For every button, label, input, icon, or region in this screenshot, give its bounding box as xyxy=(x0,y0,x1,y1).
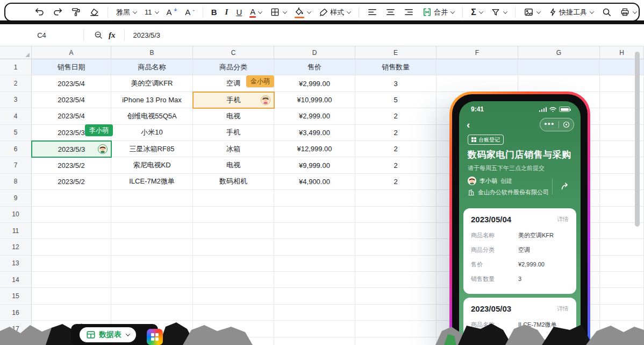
row-header-15[interactable]: 15 xyxy=(0,288,32,304)
cell-E15[interactable] xyxy=(355,288,437,304)
quick-tools-button[interactable]: 快捷工具 xyxy=(548,8,593,17)
row-header-8[interactable]: 8 xyxy=(0,174,32,190)
cell-B16[interactable] xyxy=(111,305,193,321)
cell-B6[interactable]: 三星冰箱RF85 xyxy=(111,141,193,157)
cell-C12[interactable] xyxy=(193,239,274,255)
cell-E10[interactable] xyxy=(355,207,437,223)
cell-E14[interactable] xyxy=(355,272,437,288)
cell-D17[interactable] xyxy=(274,321,355,337)
record-card-1[interactable]: 2023/05/04详情商品名称美的空调KFR商品分类空调售价¥2,999.00… xyxy=(463,208,576,294)
cell-D1[interactable]: 售价 xyxy=(274,59,355,75)
cell-A14[interactable] xyxy=(32,272,111,288)
cell-B7[interactable]: 索尼电视KD xyxy=(111,157,193,173)
clear-format-button[interactable] xyxy=(89,7,99,17)
cell-B14[interactable] xyxy=(111,272,193,288)
cell-D9[interactable] xyxy=(274,190,355,206)
cell-C11[interactable] xyxy=(193,223,274,239)
insert-function-button[interactable]: fx xyxy=(109,31,116,40)
cell-G1[interactable] xyxy=(518,59,600,75)
cell-E1[interactable]: 销售数量 xyxy=(355,59,437,75)
cell-A11[interactable] xyxy=(32,223,111,239)
cell-D6[interactable]: ¥12,999.00 xyxy=(274,141,355,157)
cell-C8[interactable]: 数码相机 xyxy=(193,174,274,190)
cell-E2[interactable]: 3 xyxy=(355,75,437,91)
cell-B10[interactable] xyxy=(111,207,193,223)
cell-A15[interactable] xyxy=(32,288,111,304)
column-header-D[interactable]: D xyxy=(274,46,355,59)
cell-E17[interactable] xyxy=(355,321,437,337)
cell-A1[interactable]: 销售日期 xyxy=(32,59,111,75)
row-header-14[interactable]: 14 xyxy=(0,272,32,288)
cell-H12[interactable] xyxy=(600,239,644,255)
row-header-13[interactable]: 13 xyxy=(0,256,32,272)
row-header-7[interactable]: 7 xyxy=(0,157,32,173)
row-header-5[interactable]: 5 xyxy=(0,125,32,141)
cell-style-button[interactable]: 样式 xyxy=(319,8,350,17)
row-header-3[interactable]: 3 xyxy=(0,92,32,108)
cell-B15[interactable] xyxy=(111,288,193,304)
italic-button[interactable]: I xyxy=(225,8,228,17)
increase-font-button[interactable]: A+ xyxy=(167,8,177,17)
align-center-button[interactable] xyxy=(385,7,396,17)
cell-D3[interactable]: ¥10,999.00 xyxy=(274,92,355,108)
cell-B4[interactable]: 创维电视55Q5A xyxy=(111,108,193,124)
cell-A10[interactable] xyxy=(32,207,111,223)
cell-E8[interactable]: 2 xyxy=(355,174,437,190)
cell-E13[interactable] xyxy=(355,256,437,272)
insert-image-button[interactable] xyxy=(524,7,540,17)
cell-H15[interactable] xyxy=(600,288,644,304)
font-size-select[interactable]: 11 xyxy=(145,8,159,16)
cell-B13[interactable] xyxy=(111,256,193,272)
font-name-select[interactable]: 雅黑 xyxy=(116,8,137,17)
row-header-1[interactable]: 1 xyxy=(0,59,32,75)
autosum-button[interactable]: Σ xyxy=(471,8,483,17)
cell-A8[interactable]: 2023/5/2 xyxy=(32,174,111,190)
vertical-scrollbar[interactable] xyxy=(635,52,640,227)
close-target-icon[interactable] xyxy=(563,121,570,128)
cell-D15[interactable] xyxy=(274,288,355,304)
format-painter-button[interactable] xyxy=(71,7,81,17)
cell-D5[interactable]: ¥3,499.00 xyxy=(274,125,355,141)
search-button[interactable] xyxy=(602,7,612,17)
smart-form-app-icon[interactable] xyxy=(147,329,163,345)
cell-E7[interactable]: 2 xyxy=(355,157,437,173)
cell-B12[interactable] xyxy=(111,239,193,255)
row-header-12[interactable]: 12 xyxy=(0,239,32,255)
cell-E3[interactable]: 5 xyxy=(355,92,437,108)
cell-E5[interactable]: 2 xyxy=(355,125,437,141)
redo-button[interactable] xyxy=(53,7,63,17)
sheet-tab-button[interactable]: 数据表 xyxy=(78,326,137,343)
column-header-G[interactable]: G xyxy=(518,46,600,59)
cell-D14[interactable] xyxy=(274,272,355,288)
collab-edited-cell-C3[interactable]: 手机 xyxy=(192,91,275,109)
cell-E11[interactable] xyxy=(355,223,437,239)
cell-F1[interactable] xyxy=(437,59,518,75)
font-color-button[interactable]: A xyxy=(250,7,262,17)
cell-C5[interactable]: 手机 xyxy=(193,125,274,141)
name-box[interactable]: C4 xyxy=(0,31,83,39)
cell-H16[interactable] xyxy=(600,305,644,321)
miniprogram-capsule[interactable]: ●●● xyxy=(540,118,574,131)
cell-A16[interactable] xyxy=(32,305,111,321)
cell-G2[interactable] xyxy=(518,75,600,91)
cell-C1[interactable]: 商品分类 xyxy=(193,59,274,75)
cell-C4[interactable]: 电视 xyxy=(193,108,274,124)
cell-A7[interactable]: 2023/5/2 xyxy=(32,157,111,173)
card-detail-link[interactable]: 详情 xyxy=(557,305,569,313)
column-header-E[interactable]: E xyxy=(355,46,437,59)
cell-D16[interactable] xyxy=(274,305,355,321)
cell-B3[interactable]: iPhone 13 Pro Max xyxy=(111,92,193,108)
cell-A12[interactable] xyxy=(32,239,111,255)
cell-H18[interactable] xyxy=(600,337,644,345)
cell-D8[interactable]: ¥4,900.00 xyxy=(274,174,355,190)
cell-H13[interactable] xyxy=(600,256,644,272)
align-left-button[interactable] xyxy=(367,7,377,17)
cell-D18[interactable] xyxy=(274,337,355,345)
cell-D2[interactable]: ¥2,999.00 xyxy=(274,75,355,91)
column-header-A[interactable]: A xyxy=(32,46,111,59)
bold-button[interactable]: B xyxy=(211,8,217,17)
row-header-4[interactable]: 4 xyxy=(0,108,32,124)
row-header-17[interactable]: 17 xyxy=(0,321,32,337)
column-header-B[interactable]: B xyxy=(111,46,193,59)
cell-D13[interactable] xyxy=(274,256,355,272)
